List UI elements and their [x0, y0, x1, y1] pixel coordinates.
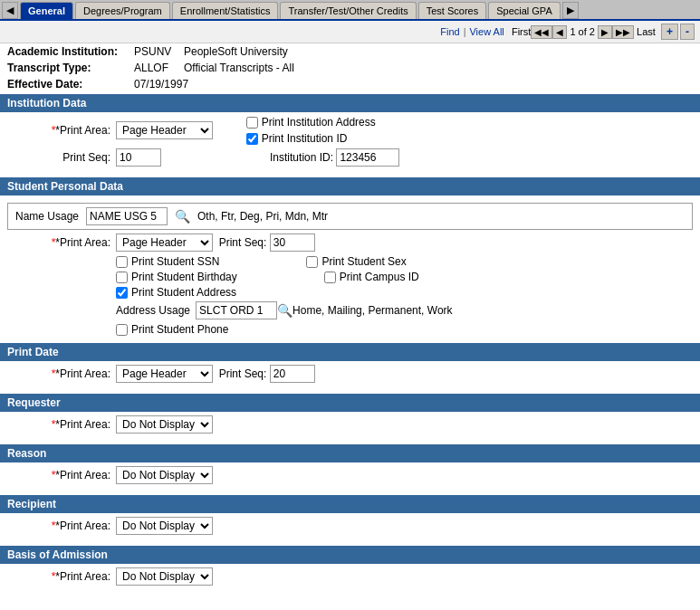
view-all-link[interactable]: View All	[469, 26, 503, 37]
recipient-header: Recipient	[0, 495, 700, 513]
reason-area-row: **Print Area: Do Not Display Page Header…	[7, 466, 693, 484]
tab-enrollment-statistics[interactable]: Enrollment/Statistics	[172, 2, 279, 19]
institution-data-section: **Print Area: Page Header Do Not Display…	[0, 112, 700, 176]
academic-institution-row: Academic Institution: PSUNV PeopleSoft U…	[0, 43, 700, 60]
effective-date-row: Effective Date: 07/19/1997	[0, 76, 700, 92]
address-usage-desc: Home, Mailing, Permanent, Work	[292, 304, 453, 317]
print-student-ssn-label[interactable]: Print Student SSN	[116, 255, 219, 268]
print-campus-id-checkbox[interactable]	[324, 272, 336, 283]
print-student-birthday-label[interactable]: Print Student Birthday	[116, 271, 237, 283]
last-btn[interactable]: ▶▶	[612, 25, 634, 39]
basis-area-row: **Print Area: Do Not Display Page Header…	[7, 567, 693, 586]
student-print-area-row: **Print Area: Page Header Do Not Display…	[7, 234, 693, 252]
prev-btn[interactable]: ◀	[552, 25, 567, 39]
reason-section: **Print Area: Do Not Display Page Header…	[0, 462, 700, 493]
address-usage-search-icon[interactable]: 🔍	[277, 303, 292, 318]
print-institution-id-checkbox-label[interactable]: Print Institution ID	[246, 132, 376, 145]
student-personal-data-header: Student Personal Data	[0, 177, 700, 195]
institution-print-area-label: **Print Area:	[7, 124, 116, 137]
institution-id-label: Institution ID:	[270, 151, 333, 164]
print-date-seq-input[interactable]	[270, 365, 315, 383]
basis-of-admission-section: **Print Area: Do Not Display Page Header…	[0, 564, 700, 595]
tab-special-gpa[interactable]: Special GPA	[488, 2, 561, 19]
student-print-seq-input[interactable]	[270, 234, 315, 252]
transcript-type-name: Official Transcripts - All	[184, 62, 294, 74]
transcript-type-row: Transcript Type: ALLOF Official Transcri…	[0, 60, 700, 76]
tab-test-scores[interactable]: Test Scores	[418, 2, 486, 19]
reason-area-select[interactable]: Do Not Display Page Header Page Footer N…	[116, 466, 213, 484]
print-date-header: Print Date	[0, 343, 700, 361]
address-usage-input[interactable]	[196, 301, 277, 319]
first-btn[interactable]: ◀◀	[531, 25, 552, 39]
institution-checkboxes: Print Institution Address Print Institut…	[246, 116, 390, 145]
print-date-section: **Print Area: Page Header Do Not Display…	[0, 361, 700, 392]
recipient-area-row: **Print Area: Do Not Display Page Header…	[7, 517, 693, 535]
effective-date-label: Effective Date:	[7, 78, 134, 91]
tab-prev-btn[interactable]: ◀	[2, 2, 18, 19]
effective-date-value: 07/19/1997	[134, 78, 188, 91]
requester-area-select[interactable]: Do Not Display Page Header Page Footer N…	[116, 415, 213, 434]
name-usage-label: Name Usage	[15, 210, 79, 223]
address-usage-row: Address Usage 🔍 Home, Mailing, Permanent…	[116, 301, 693, 319]
print-date-seq-label: Print Seq:	[219, 367, 267, 380]
basis-area-select[interactable]: Do Not Display Page Header Page Footer N…	[116, 567, 213, 586]
academic-institution-label: Academic Institution:	[7, 45, 134, 58]
print-student-birthday-checkbox[interactable]	[116, 272, 128, 283]
print-date-area-select[interactable]: Page Header Do Not Display Page Footer	[116, 365, 213, 383]
student-personal-data-section: Name Usage 🔍 Oth, Ftr, Deg, Pri, Mdn, Mt…	[0, 195, 700, 341]
requester-area-label: **Print Area:	[7, 418, 116, 431]
print-campus-id-label[interactable]: Print Campus ID	[324, 271, 419, 283]
print-student-phone-checkbox[interactable]	[116, 324, 128, 336]
print-institution-address-checkbox-label[interactable]: Print Institution Address	[246, 116, 376, 129]
student-print-area-label: **Print Area:	[7, 236, 116, 249]
transcript-type-code: ALLOF	[134, 62, 184, 74]
basis-area-label: **Print Area:	[7, 570, 116, 583]
institution-print-seq-label: Print Seq:	[7, 151, 116, 164]
add-del-buttons: + -	[661, 24, 695, 40]
institution-print-seq-row: Print Seq: 10 Institution ID: 123456	[7, 148, 693, 167]
student-print-seq-label: Print Seq:	[219, 236, 267, 249]
print-date-area-label: **Print Area:	[7, 367, 116, 380]
institution-data-header: Institution Data	[0, 94, 700, 112]
basis-of-admission-header: Basis of Admission	[0, 546, 700, 564]
print-student-ssn-checkbox[interactable]	[116, 256, 128, 268]
tab-degrees-program[interactable]: Degrees/Program	[75, 2, 170, 19]
name-usage-box: Name Usage 🔍 Oth, Ftr, Deg, Pri, Mdn, Mt…	[7, 203, 693, 230]
print-student-address-label[interactable]: Print Student Address	[116, 286, 236, 299]
tab-transfer-test[interactable]: Transfer/Test/Other Credits	[280, 2, 416, 19]
recipient-area-label: **Print Area:	[7, 519, 116, 532]
address-usage-label: Address Usage	[116, 304, 190, 317]
find-link[interactable]: Find	[440, 26, 459, 37]
institution-print-area-select[interactable]: Page Header Do Not Display Page Footer	[116, 121, 213, 139]
institution-id-input[interactable]: 123456	[336, 148, 399, 167]
academic-institution-code: PSUNV	[134, 45, 184, 58]
print-institution-address-checkbox[interactable]	[246, 117, 258, 129]
student-print-area-select[interactable]: Page Header Do Not Display Page Footer	[116, 234, 213, 252]
institution-print-area-row: **Print Area: Page Header Do Not Display…	[7, 116, 693, 145]
requester-section: **Print Area: Do Not Display Page Header…	[0, 412, 700, 443]
page-sep: of	[576, 26, 590, 37]
print-student-address-checkbox[interactable]	[116, 287, 128, 299]
print-institution-id-checkbox[interactable]	[246, 133, 258, 145]
toolbar: Find | View All First ◀◀ ◀ 1 of 2 ▶ ▶▶ L…	[0, 21, 700, 43]
name-usage-input[interactable]	[86, 207, 168, 225]
reason-header: Reason	[0, 444, 700, 462]
page-total: 2	[590, 26, 595, 37]
academic-institution-name: PeopleSoft University	[184, 45, 288, 58]
print-student-sex-checkbox[interactable]	[306, 256, 318, 268]
name-usage-search-icon[interactable]: 🔍	[175, 209, 190, 224]
name-usage-desc: Oth, Ftr, Deg, Pri, Mdn, Mtr	[197, 210, 328, 223]
delete-button[interactable]: -	[680, 24, 695, 40]
print-date-area-row: **Print Area: Page Header Do Not Display…	[7, 365, 693, 383]
last-label: Last	[637, 26, 656, 37]
transcript-type-label: Transcript Type:	[7, 62, 134, 74]
tab-general[interactable]: General	[20, 2, 73, 19]
tab-next-btn[interactable]: ▶	[562, 2, 579, 19]
print-student-sex-label[interactable]: Print Student Sex	[306, 255, 406, 268]
next-btn[interactable]: ▶	[598, 25, 612, 39]
print-student-phone-label[interactable]: Print Student Phone	[116, 323, 678, 336]
recipient-area-select[interactable]: Do Not Display Page Header Page Footer N…	[116, 517, 213, 535]
institution-print-seq-input[interactable]: 10	[116, 148, 161, 167]
add-button[interactable]: +	[661, 24, 678, 40]
page-info: First	[512, 26, 531, 37]
